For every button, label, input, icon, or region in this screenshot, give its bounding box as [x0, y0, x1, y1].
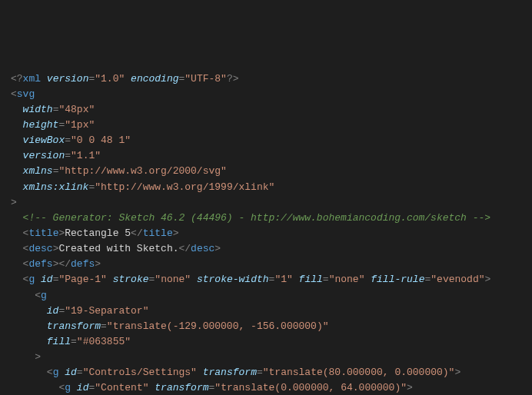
code-line: <!-- Generator: Sketch 46.2 (44496) - ht… [11, 211, 521, 226]
code-line: xmlns:xlink="http://www.w3.org/1999/xlin… [11, 180, 521, 195]
code-line: version="1.1" [11, 148, 521, 164]
code-line: transform="translate(-129.000000, -156.0… [11, 319, 521, 334]
code-line: <g id="Controls/Settings" transform="tra… [11, 365, 521, 380]
code-line: <svg [11, 87, 521, 102]
code-line: <?xml version="1.0" encoding="UTF-8"?> [11, 71, 521, 87]
code-line: <defs></defs> [11, 257, 521, 272]
code-line: height="1px" [11, 118, 521, 133]
code-line: > [11, 195, 521, 211]
code-line: <g [11, 288, 521, 304]
code-line: <g id="Page-1" stroke="none" stroke-widt… [11, 272, 521, 287]
code-line: id="19-Separator" [11, 304, 521, 319]
code-line: <desc>Created with Sketch.</desc> [11, 241, 521, 257]
code-line: <g id="Content" transform="translate(0.0… [11, 380, 521, 395]
code-line: > [11, 350, 521, 365]
code-line: width="48px" [11, 102, 521, 118]
code-line: viewBox="0 0 48 1" [11, 133, 521, 148]
code-line: fill="#063855" [11, 334, 521, 350]
code-block: <?xml version="1.0" encoding="UTF-8"?><s… [11, 71, 521, 395]
code-line: xmlns="http://www.w3.org/2000/svg" [11, 164, 521, 179]
code-line: <title>Rectangle 5</title> [11, 226, 521, 241]
